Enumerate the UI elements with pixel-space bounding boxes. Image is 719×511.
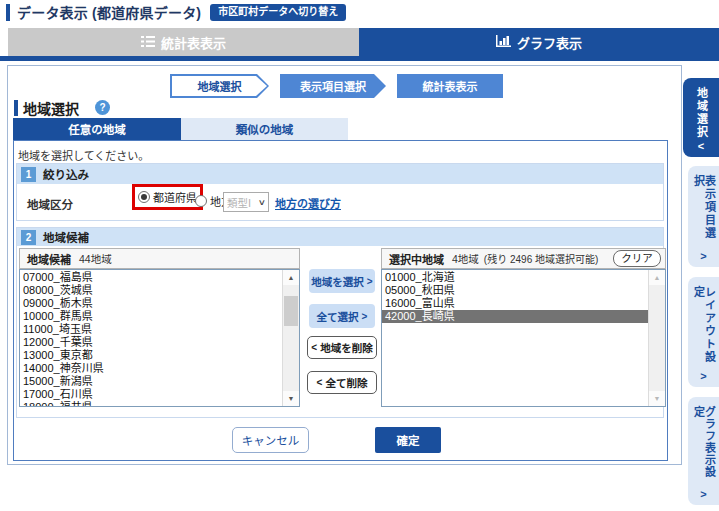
table-list-icon [141, 35, 155, 50]
select-region-button[interactable]: 地域を選択 > [309, 269, 375, 293]
selected-list-header: 選択中地域 4地域 (残り 2496 地域選択可能) クリア [381, 248, 666, 269]
list-item[interactable]: 13000_東京都 [20, 349, 282, 362]
bar-chart-icon [496, 35, 511, 50]
selected-list[interactable]: 01000_北海道05000_秋田県16000_富山県42000_長崎県 ▲ ▼ [381, 269, 666, 407]
chevron-left-icon: < [698, 140, 704, 152]
candidates-section: 2 地域候補 地域候補 44地域 07000_福島県08000_茨城県09000… [16, 227, 664, 418]
select-all-button[interactable]: 全て選択 > [309, 304, 375, 328]
step-statistics-table-label: 統計表表示 [397, 74, 503, 98]
radio-prefecture-label: 都道府県 [153, 189, 197, 205]
region-selection-method-link[interactable]: 地方の選び方 [275, 195, 341, 211]
filter-section-header: 1 絞り込み [17, 164, 663, 184]
selected-list-count: 4地域 [452, 251, 479, 266]
remaining-note: (残り 2496 地域選択可能) [484, 251, 598, 266]
step-display-items: 表示項目選択 [280, 74, 386, 98]
sidebar-tab-layout-settings[interactable]: レイアウト設定 > [688, 277, 719, 387]
section-number-badge: 2 [21, 230, 36, 245]
active-tab-underline [0, 56, 719, 61]
candidate-list[interactable]: 07000_福島県08000_茨城県09000_栃木県10000_群馬県1100… [19, 269, 300, 407]
remove-region-button[interactable]: < 地域を削除 [307, 336, 377, 359]
filter-section: 1 絞り込み 地域区分 都道府県 地方 類型Ⅰ ∨ 地方の選び方 [16, 163, 664, 221]
chevron-right-icon: > [700, 370, 706, 382]
radio-unselected-icon[interactable] [195, 195, 207, 207]
region-select-title: 地域選択 [23, 98, 79, 118]
list-item[interactable]: 01000_北海道 [382, 271, 648, 284]
candidate-list-items: 07000_福島県08000_茨城県09000_栃木県10000_群馬県1100… [20, 270, 282, 406]
sidebar-tab-graph-display-settings[interactable]: グラフ表示設定 > [688, 397, 719, 505]
sidebar-tab-layout-settings-label: レイアウト設定 [693, 286, 715, 370]
section-number-badge: 1 [21, 167, 36, 182]
chevron-down-icon: ∨ [258, 198, 266, 207]
region-selection-page: データ表示 (都道府県データ) 市区町村データへ切り替え 統計表表示 グラフ表示… [0, 0, 719, 511]
switch-to-municipality-button[interactable]: 市区町村データへ切り替え [210, 4, 346, 21]
scrollbar-thumb[interactable] [284, 296, 298, 326]
chevron-left-icon: < [311, 342, 317, 353]
chevron-right-icon: > [700, 488, 706, 500]
tab-statistics-table-view[interactable]: 統計表表示 [8, 28, 359, 56]
candidate-list-title: 地域候補 [27, 251, 71, 267]
step-statistics-table: 統計表表示 [397, 74, 503, 98]
step-indicator: 地域選択 表示項目選択 統計表表示 [170, 74, 503, 98]
tab-arbitrary-region[interactable]: 任意の地域 [13, 118, 181, 140]
candidate-list-count: 44地域 [79, 251, 112, 266]
instruction-text: 地域を選択してください。 [18, 147, 149, 163]
candidates-section-label: 地域候補 [43, 229, 89, 245]
filter-section-label: 絞り込み [43, 166, 89, 182]
chevron-left-icon: < [317, 377, 323, 388]
sidebar-tab-graph-display-settings-label: グラフ表示設定 [693, 406, 715, 488]
step-region-select-label: 地域選択 [170, 74, 269, 98]
list-item[interactable]: 09000_栃木県 [20, 297, 282, 310]
tab-graph-view[interactable]: グラフ表示 [359, 28, 719, 56]
scroll-up-icon[interactable]: ▲ [283, 270, 299, 285]
selected-list-title: 選択中地域 [389, 251, 444, 267]
list-item[interactable]: 42000_長崎県 [382, 310, 648, 323]
confirm-button[interactable]: 確定 [375, 427, 441, 453]
step-display-items-label: 表示項目選択 [280, 74, 386, 98]
page-header: データ表示 (都道府県データ) 市区町村データへ切り替え [6, 2, 346, 22]
radio-prefecture[interactable]: 都道府県 [138, 189, 197, 205]
list-item[interactable]: 07000_福島県 [20, 271, 282, 284]
candidates-section-header: 2 地域候補 [17, 228, 663, 246]
scroll-down-icon[interactable]: ▼ [283, 391, 299, 406]
scroll-up-icon[interactable]: ▲ [649, 270, 665, 285]
step-region-select: 地域選択 [170, 74, 269, 98]
highlight-red-box: 都道府県 [132, 184, 203, 210]
sidebar-tab-region-select-label: 地域選択 [696, 87, 707, 139]
selected-list-items: 01000_北海道05000_秋田県16000_富山県42000_長崎県 [382, 270, 648, 406]
tab-statistics-table-label: 統計表表示 [161, 33, 226, 52]
list-item[interactable]: 08000_茨城県 [20, 284, 282, 297]
sidebar-tab-display-items[interactable]: 表示項目選択 > [688, 166, 719, 267]
sidebar-tab-display-items-label: 表示項目選択 [693, 175, 715, 250]
section-accent-bar [14, 100, 18, 116]
list-item[interactable]: 11000_埼玉県 [20, 323, 282, 336]
selected-list-scrollbar[interactable]: ▲ ▼ [648, 270, 665, 406]
help-icon[interactable]: ? [95, 100, 110, 115]
region-category-label: 地域区分 [27, 196, 73, 212]
list-item[interactable]: 18000_福井県 [20, 401, 282, 406]
tab-similar-region[interactable]: 類似の地域 [181, 118, 348, 140]
cancel-button[interactable]: キャンセル [232, 427, 309, 453]
list-item[interactable]: 10000_群馬県 [20, 310, 282, 323]
scroll-down-icon[interactable]: ▼ [649, 391, 665, 406]
list-item[interactable]: 05000_秋田県 [382, 284, 648, 297]
list-item[interactable]: 14000_神奈川県 [20, 362, 282, 375]
list-item[interactable]: 12000_千葉県 [20, 336, 282, 349]
chevron-right-icon: > [700, 250, 706, 262]
list-item[interactable]: 17000_石川県 [20, 388, 282, 401]
type-select-value: 類型Ⅰ [227, 195, 251, 210]
remove-all-button[interactable]: < 全て削除 [307, 371, 377, 394]
tab-graph-label: グラフ表示 [517, 33, 582, 52]
title-accent-bar [6, 4, 10, 21]
list-item[interactable]: 16000_富山県 [382, 297, 648, 310]
candidate-list-scrollbar[interactable]: ▲ ▼ [282, 270, 299, 406]
page-title: データ表示 (都道府県データ) [17, 2, 201, 22]
candidate-list-header: 地域候補 44地域 [19, 248, 300, 269]
sidebar-tab-region-select[interactable]: 地域選択 < [683, 78, 719, 157]
type-select-dropdown[interactable]: 類型Ⅰ ∨ [223, 192, 269, 212]
list-item[interactable]: 15000_新潟県 [20, 375, 282, 388]
radio-selected-icon[interactable] [138, 191, 150, 203]
chevron-right-icon: > [362, 311, 368, 322]
clear-button[interactable]: クリア [613, 250, 661, 267]
chevron-right-icon: > [367, 276, 373, 287]
